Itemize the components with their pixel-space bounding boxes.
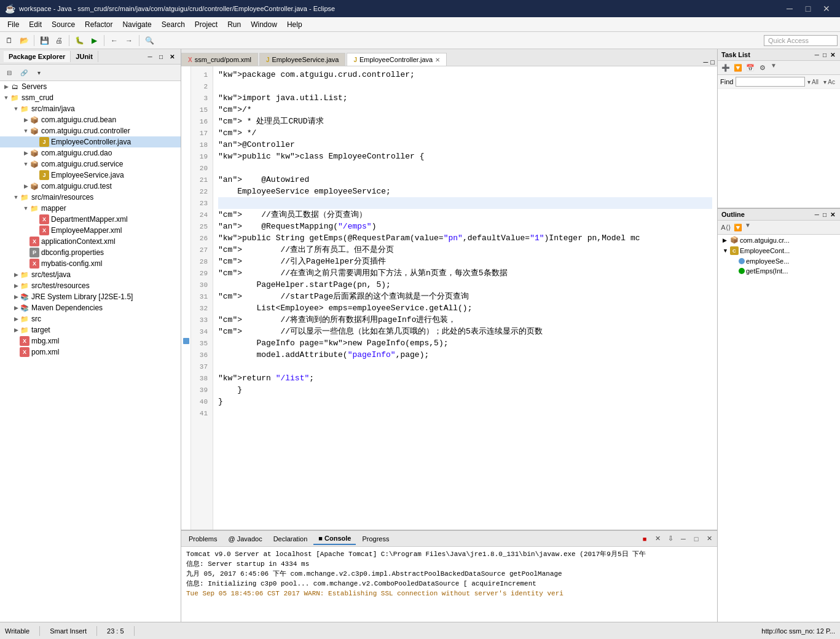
- tree-item-dao[interactable]: ▶📦com.atguigu.crud.dao: [0, 147, 181, 159]
- code-line-21[interactable]: "an"> @Autowired: [218, 174, 712, 186]
- console-minimize-btn[interactable]: ─: [678, 533, 689, 544]
- link-with-editor-btn[interactable]: 🔗: [17, 66, 31, 79]
- tree-item-pom[interactable]: Xpom.xml: [0, 347, 181, 358]
- tree-item-controller[interactable]: ▼📦com.atguigu.crud.controller: [0, 125, 181, 136]
- tab-employee-service[interactable]: J EmployeeService.java: [259, 53, 345, 66]
- code-line-20[interactable]: [218, 162, 712, 174]
- tree-item-maven[interactable]: ▶📚Maven Dependencies: [0, 302, 181, 313]
- close-tab-btn[interactable]: ✕: [435, 57, 440, 63]
- menu-item-run[interactable]: Run: [222, 19, 246, 30]
- menu-item-window[interactable]: Window: [246, 19, 282, 30]
- declaration-tab[interactable]: Declaration: [269, 533, 313, 544]
- view-menu-btn[interactable]: ▾: [32, 66, 45, 79]
- task-settings-btn[interactable]: ⚙: [757, 62, 768, 73]
- menu-item-help[interactable]: Help: [282, 19, 307, 30]
- code-line-36[interactable]: model.addAttribute("pageInfo",page);: [218, 349, 712, 361]
- task-list-close[interactable]: ✕: [829, 52, 836, 58]
- toolbar-new[interactable]: 🗒: [2, 34, 16, 47]
- collapse-all-btn[interactable]: ⊟: [2, 66, 16, 79]
- find-input[interactable]: [736, 77, 804, 87]
- tree-item-EmployeeService[interactable]: JEmployeeService.java: [0, 170, 181, 181]
- outline-item-3[interactable]: getEmps(Int...: [718, 266, 840, 276]
- console-clear-btn[interactable]: ✕: [652, 533, 663, 544]
- menu-item-navigate[interactable]: Navigate: [117, 19, 156, 30]
- tree-item-src_test_java[interactable]: ▶📁src/test/java: [0, 269, 181, 280]
- tab-junit[interactable]: JUnit: [71, 51, 98, 62]
- tree-item-mapper[interactable]: ▼📁mapper: [0, 203, 181, 214]
- tree-item-test[interactable]: ▶📦com.atguigu.crud.test: [0, 181, 181, 192]
- outline-collapse-btn[interactable]: ▼: [745, 222, 751, 233]
- tab-pom-xml[interactable]: X ssm_crud/pom.xml: [181, 53, 258, 66]
- code-line-25[interactable]: "an"> @RequestMapping("/emps"): [218, 221, 712, 232]
- toolbar-forward[interactable]: →: [122, 34, 136, 47]
- code-line-32[interactable]: List<Employee> emps=employeeService.getA…: [218, 302, 712, 314]
- tree-item-src_main_java[interactable]: ▼📁src/main/java: [0, 103, 181, 114]
- console-stop-btn[interactable]: ■: [639, 533, 650, 544]
- toolbar-debug[interactable]: 🐛: [73, 34, 86, 47]
- toolbar-save[interactable]: 💾: [37, 34, 51, 47]
- code-line-27[interactable]: "cm"> //查出了所有员工。但不是分页: [218, 244, 712, 256]
- code-line-33[interactable]: "cm"> //将查询到的所有数据利用pageInfo进行包装，: [218, 314, 712, 326]
- code-line-3[interactable]: "kw">import java.util.List;: [218, 92, 712, 104]
- outline-sort-btn[interactable]: A⟨⟩: [720, 222, 731, 233]
- toolbar-back[interactable]: ←: [108, 34, 121, 47]
- close-button[interactable]: ✕: [818, 2, 835, 15]
- code-line-40[interactable]: }: [218, 396, 712, 407]
- tab-employee-controller[interactable]: J EmployeeController.java ✕: [347, 53, 447, 66]
- tab-package-explorer[interactable]: Package Explorer: [4, 51, 71, 62]
- tree-item-src_test_resources[interactable]: ▶📁src/test/resources: [0, 280, 181, 291]
- console-scroll-lock-btn[interactable]: ⇩: [665, 533, 676, 544]
- toolbar-print[interactable]: 🖨: [52, 34, 66, 47]
- code-line-31[interactable]: "cm"> //startPage后面紧跟的这个查询就是一个分页查询: [218, 291, 712, 302]
- code-line-23[interactable]: [218, 197, 712, 209]
- code-line-39[interactable]: }: [218, 384, 712, 396]
- console-tab[interactable]: ■ Console: [313, 533, 356, 545]
- task-schedule-btn[interactable]: 📅: [745, 62, 756, 73]
- editor-minimize-btn[interactable]: ─: [704, 58, 709, 66]
- outline-item-1[interactable]: ▼CEmployeeCont...: [718, 245, 840, 256]
- tree-item-service[interactable]: ▼📦com.atguigu.crud.service: [0, 159, 181, 170]
- tree-item-target[interactable]: ▶📁target: [0, 324, 181, 335]
- menu-item-edit[interactable]: Edit: [24, 19, 47, 30]
- maximize-button[interactable]: □: [799, 2, 817, 15]
- quick-access-input[interactable]: Quick Access: [764, 35, 838, 46]
- outline-item-2[interactable]: employeeSe...: [718, 256, 840, 266]
- outline-minimize[interactable]: ─: [814, 211, 820, 218]
- progress-tab[interactable]: Progress: [357, 533, 394, 544]
- code-line-24[interactable]: "cm"> //查询员工数据（分页查询）: [218, 209, 712, 221]
- code-line-30[interactable]: PageHelper.startPage(pn, 5);: [218, 279, 712, 291]
- code-line-26[interactable]: "kw">public String getEmps(@RequestParam…: [218, 232, 712, 244]
- task-filter-btn[interactable]: 🔽: [732, 62, 744, 73]
- javadoc-tab[interactable]: @ Javadoc: [223, 533, 267, 544]
- code-line-35[interactable]: PageInfo page="kw">new PageInfo(emps,5);: [218, 337, 712, 349]
- tree-item-bean[interactable]: ▶📦com.atguigu.crud.bean: [0, 114, 181, 125]
- code-line-28[interactable]: "cm"> //引入PageHelper分页插件: [218, 256, 712, 267]
- code-line-17[interactable]: "cm"> */: [218, 127, 712, 139]
- tree-item-dbconfig[interactable]: Pdbconfig.properties: [0, 247, 181, 258]
- panel-close[interactable]: ✕: [167, 52, 177, 61]
- outline-maximize[interactable]: □: [822, 211, 828, 218]
- toolbar-search[interactable]: 🔍: [143, 34, 156, 47]
- tree-item-EmployeeMapper[interactable]: XEmployeeMapper.xml: [0, 225, 181, 236]
- panel-minimize[interactable]: ─: [145, 52, 155, 61]
- code-line-2[interactable]: [218, 80, 712, 92]
- problems-tab[interactable]: Problems: [184, 533, 222, 544]
- menu-item-refactor[interactable]: Refactor: [80, 19, 117, 30]
- tree-item-mbg[interactable]: Xmbg.xml: [0, 335, 181, 347]
- code-line-22[interactable]: EmployeeService employeeService;: [218, 186, 712, 197]
- code-editor[interactable]: 1231516171819202122232425262728293031323…: [181, 66, 717, 530]
- tree-item-mybatis[interactable]: Xmybatis-config.xml: [0, 258, 181, 269]
- tree-item-src[interactable]: ▶📁src: [0, 313, 181, 324]
- menu-item-source[interactable]: Source: [47, 19, 80, 30]
- minimize-button[interactable]: ─: [781, 2, 798, 15]
- code-line-18[interactable]: "an">@Controller: [218, 139, 712, 151]
- tree-item-servers[interactable]: ▶🗂Servers: [0, 81, 181, 92]
- code-line-15[interactable]: "cm">/*: [218, 104, 712, 116]
- outline-filter-btn[interactable]: 🔽: [732, 222, 744, 233]
- tree-item-applicationContext[interactable]: XapplicationContext.xml: [0, 236, 181, 247]
- task-collapse-btn[interactable]: ▼: [771, 62, 777, 73]
- code-line-37[interactable]: [218, 361, 712, 372]
- code-line-29[interactable]: "cm"> //在查询之前只需要调用如下方法，从第n页查，每次查5条数据: [218, 267, 712, 279]
- tree-item-DepartmentMapper[interactable]: XDepartmentMapper.xml: [0, 214, 181, 225]
- tree-item-jre[interactable]: ▶📚JRE System Library [J2SE-1.5]: [0, 291, 181, 302]
